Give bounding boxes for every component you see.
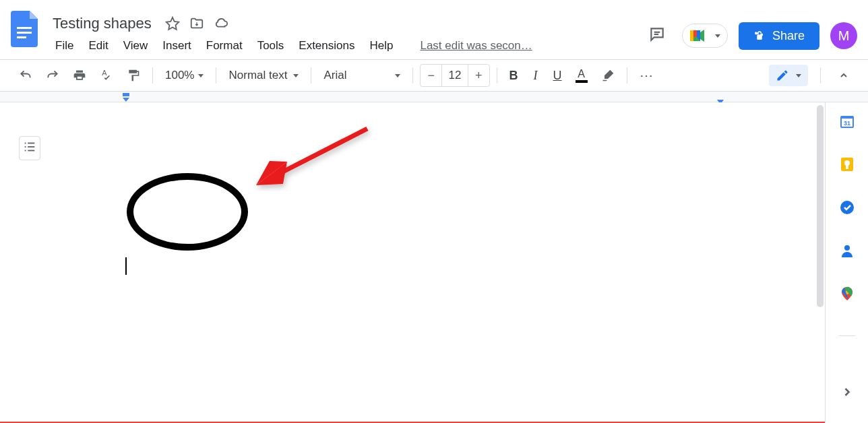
move-folder-icon[interactable]	[189, 16, 204, 31]
svg-rect-0	[17, 27, 32, 29]
share-button[interactable]: Share	[739, 22, 819, 50]
zoom-value: 100%	[165, 69, 194, 82]
document-outline-icon[interactable]	[19, 136, 40, 160]
document-page[interactable]	[0, 102, 825, 423]
font-family-dropdown[interactable]: Arial	[318, 66, 406, 85]
svg-text:A: A	[102, 69, 107, 77]
svg-rect-23	[846, 166, 848, 169]
horizontal-ruler[interactable]	[0, 92, 868, 102]
tasks-icon[interactable]	[839, 199, 855, 216]
menu-view[interactable]: View	[117, 36, 155, 55]
svg-text:31: 31	[843, 120, 850, 127]
svg-rect-1	[17, 32, 32, 34]
svg-rect-2	[17, 36, 26, 38]
svg-line-17	[276, 129, 367, 175]
font-size-increase-button[interactable]: +	[468, 66, 489, 86]
svg-rect-10	[123, 93, 129, 96]
font-size-input[interactable]	[441, 65, 468, 86]
side-panel-expand-button[interactable]	[840, 385, 854, 412]
paragraph-style-value: Normal text	[228, 69, 287, 82]
keep-icon[interactable]	[839, 156, 855, 172]
ellipse-shape[interactable]	[127, 173, 248, 251]
last-edit-link[interactable]: Last edit was secon…	[414, 36, 537, 55]
account-avatar[interactable]: M	[830, 22, 857, 49]
contacts-icon[interactable]	[839, 242, 855, 259]
annotation-arrow-icon	[249, 125, 377, 192]
vertical-scrollbar[interactable]	[815, 102, 825, 318]
menu-insert[interactable]: Insert	[156, 36, 198, 55]
menu-edit[interactable]: Edit	[82, 36, 115, 55]
text-cursor	[125, 257, 127, 275]
calendar-icon[interactable]: 31	[839, 113, 855, 129]
undo-button[interactable]	[13, 65, 38, 86]
underline-button[interactable]: U	[548, 65, 567, 86]
menu-format[interactable]: Format	[199, 36, 249, 55]
menu-bar: File Edit View Insert Format Tools Exten…	[49, 36, 643, 55]
editing-mode-button[interactable]	[769, 65, 808, 86]
italic-button[interactable]: I	[526, 65, 545, 86]
more-tools-button[interactable]: ⋯	[634, 65, 660, 86]
svg-rect-6	[690, 30, 693, 41]
font-family-value: Arial	[323, 69, 346, 82]
redo-button[interactable]	[40, 65, 65, 86]
svg-point-24	[840, 201, 854, 214]
meet-button[interactable]	[682, 24, 728, 48]
menu-tools[interactable]: Tools	[251, 36, 291, 55]
cloud-status-icon[interactable]	[214, 16, 228, 31]
menu-file[interactable]: File	[49, 36, 80, 55]
bold-button[interactable]: B	[504, 65, 524, 86]
docs-logo-icon[interactable]	[11, 11, 38, 47]
comment-history-icon[interactable]	[643, 20, 671, 51]
zoom-dropdown[interactable]: 100%	[160, 66, 209, 85]
document-title[interactable]: Testing shapes	[49, 13, 156, 34]
collapse-toolbar-button[interactable]	[833, 65, 855, 86]
paragraph-style-dropdown[interactable]: Normal text	[223, 66, 304, 85]
menu-extensions[interactable]: Extensions	[292, 36, 361, 55]
svg-point-25	[844, 245, 850, 251]
font-size-decrease-button[interactable]: −	[421, 66, 441, 86]
share-label: Share	[772, 29, 805, 43]
toolbar: A 100% Normal text Arial − + B I U A ⋯	[0, 59, 868, 92]
spellcheck-button[interactable]: A	[94, 65, 119, 86]
maps-icon[interactable]	[839, 286, 855, 302]
paint-format-button[interactable]	[121, 65, 146, 86]
text-color-button[interactable]: A	[570, 65, 593, 86]
highlight-color-button[interactable]	[596, 65, 620, 86]
side-panel: 31	[825, 102, 868, 423]
svg-rect-8	[757, 35, 762, 40]
print-button[interactable]	[67, 65, 92, 86]
svg-point-22	[844, 160, 850, 166]
menu-help[interactable]: Help	[363, 36, 400, 55]
star-icon[interactable]	[165, 16, 180, 31]
